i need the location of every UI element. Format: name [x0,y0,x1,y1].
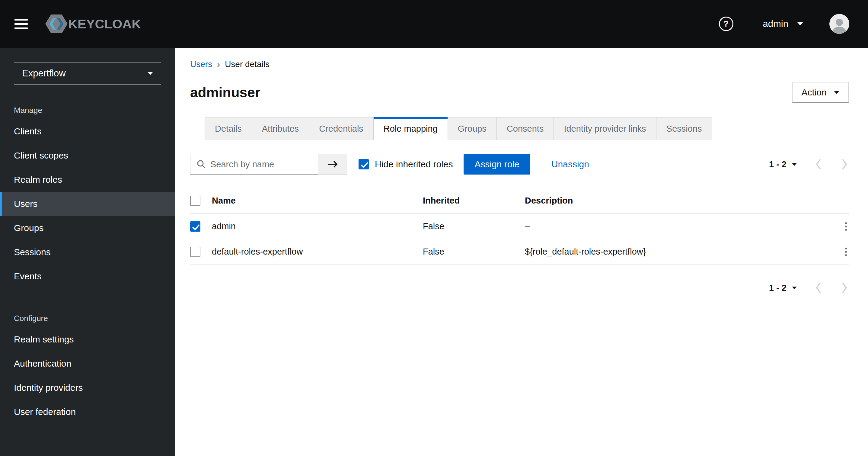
pagination-prev-button[interactable] [814,158,822,171]
nav-manage: Clients Client scopes Realm roles Users … [0,119,175,288]
breadcrumb-current: User details [225,59,270,69]
chevron-down-icon [792,287,797,289]
row-checkbox[interactable] [190,247,200,257]
table-header-row: Name Inherited Description [190,188,849,214]
hide-inherited-group: Hide inherited roles [359,159,453,169]
sidebar-item-sessions[interactable]: Sessions [0,240,175,264]
tab-consents[interactable]: Consents [496,117,554,140]
sidebar-item-realm-settings[interactable]: Realm settings [0,327,175,351]
sidebar-item-clients[interactable]: Clients [0,119,175,143]
breadcrumb-users-link[interactable]: Users [190,59,212,69]
chevron-right-icon [841,281,849,294]
help-icon[interactable]: ? [719,17,734,31]
pagination-menu-toggle[interactable]: 1 - 2 [769,283,797,293]
brand-wordmark: KEYCLOAK [68,17,141,31]
sidebar-item-user-federation[interactable]: User federation [0,400,175,424]
chevron-left-icon [814,281,822,294]
sidebar-item-authentication[interactable]: Authentication [0,351,175,376]
masthead-right: ? admin [719,14,849,34]
breadcrumb: Users › User details [190,59,849,69]
description-cell: ${role_default-roles-expertflow} [525,247,835,257]
kebab-menu-icon[interactable] [843,246,849,258]
kebab-menu-icon[interactable] [843,221,849,232]
search-submit-button[interactable] [318,154,347,175]
column-header-inherited: Inherited [423,196,525,206]
hide-inherited-checkbox[interactable] [359,159,369,169]
table-row: admin False – [190,214,849,239]
breadcrumb-separator-icon: › [217,59,220,69]
nav-toggle-icon[interactable] [14,19,28,29]
username-label: admin [763,19,788,29]
sidebar-item-realm-roles[interactable]: Realm roles [0,168,175,192]
pagination-bottom: 1 - 2 [769,281,849,294]
title-row: adminuser Action [190,82,849,103]
role-name-cell: admin [212,221,423,231]
pagination-range: 1 - 2 [769,283,786,293]
pagination-nav [814,158,849,171]
tab-attributes[interactable]: Attributes [252,117,309,140]
tab-sessions[interactable]: Sessions [656,117,712,140]
nav-section-manage: Manage [0,106,175,115]
row-checkbox[interactable] [190,221,200,232]
masthead: KEYCLOAK ? admin [0,0,868,48]
pagination-prev-button[interactable] [814,281,822,294]
realm-selector-value: Expertflow [22,68,66,79]
tab-credentials[interactable]: Credentials [309,117,374,140]
inherited-cell: False [423,247,525,257]
select-all-checkbox[interactable] [190,196,200,206]
realm-selector[interactable]: Expertflow [14,62,161,85]
search-icon [196,160,206,169]
role-mapping-table: Name Inherited Description admin False –… [190,188,849,264]
tab-details[interactable]: Details [205,117,252,140]
avatar[interactable] [829,14,849,34]
keycloak-logo: KEYCLOAK [45,15,141,33]
pagination-menu-toggle[interactable]: 1 - 2 [769,160,797,169]
nav-section-configure: Configure [0,314,175,323]
pagination-top: 1 - 2 [769,158,849,171]
chevron-left-icon [814,158,822,171]
sidebar-item-identity-providers[interactable]: Identity providers [0,376,175,400]
assign-role-button[interactable]: Assign role [464,154,530,175]
pagination-next-button[interactable] [841,281,849,294]
chevron-down-icon [792,163,797,166]
sidebar-item-events[interactable]: Events [0,264,175,288]
main-content: Users › User details adminuser Action De… [175,48,868,456]
role-name-cell: default-roles-expertflow [212,247,423,257]
table-row: default-roles-expertflow False ${role_de… [190,239,849,264]
sidebar-item-client-scopes[interactable]: Client scopes [0,143,175,168]
chevron-down-icon [797,22,803,25]
column-header-description: Description [525,196,835,206]
action-dropdown-button[interactable]: Action [792,82,849,103]
tabs: Details Attributes Credentials Role mapp… [205,117,849,140]
search-box [190,154,318,175]
keycloak-logo-icon [45,15,68,33]
sidebar-item-users[interactable]: Users [0,192,175,216]
user-menu[interactable]: admin [763,19,803,29]
page-title: adminuser [190,84,260,101]
pagination-bottom-row: 1 - 2 [190,281,849,294]
chevron-down-icon [834,91,839,94]
column-header-name: Name [212,196,423,206]
chevron-right-icon [841,158,849,171]
sidebar: Expertflow Manage Clients Client scopes … [0,48,175,456]
description-cell: – [525,221,835,231]
pagination-range: 1 - 2 [769,160,786,169]
unassign-link[interactable]: Unassign [551,159,589,169]
tab-identity-provider-links[interactable]: Identity provider links [554,117,656,140]
inherited-cell: False [423,221,525,231]
search-input[interactable] [210,160,314,169]
hide-inherited-label[interactable]: Hide inherited roles [375,159,453,169]
arrow-right-icon [327,160,338,169]
nav-configure: Realm settings Authentication Identity p… [0,327,175,424]
chevron-down-icon [148,72,153,75]
pagination-nav [814,281,849,294]
sidebar-item-groups[interactable]: Groups [0,216,175,240]
toolbar: Hide inherited roles Assign role Unassig… [190,154,849,175]
tab-role-mapping[interactable]: Role mapping [373,117,448,140]
tab-groups[interactable]: Groups [447,117,497,140]
search-group [190,154,347,175]
pagination-next-button[interactable] [841,158,849,171]
